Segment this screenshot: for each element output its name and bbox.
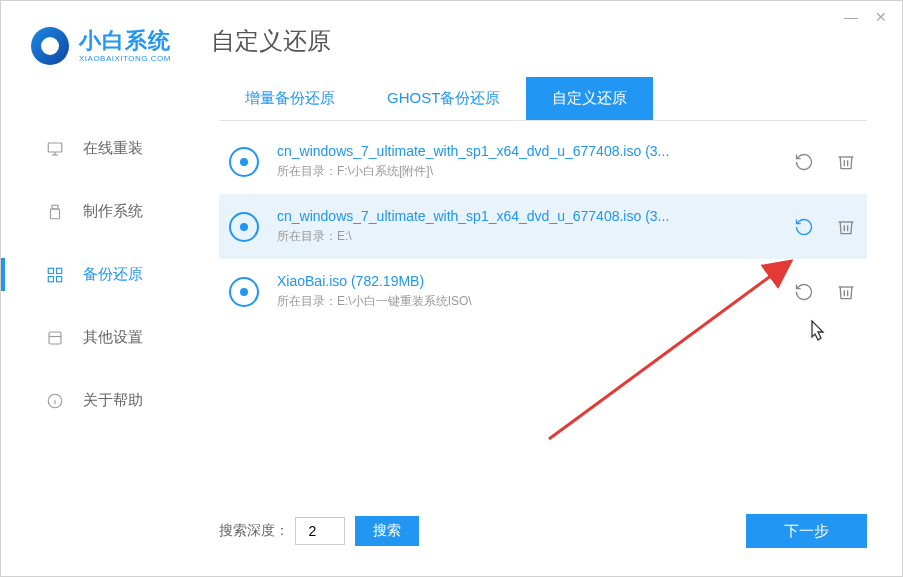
svg-rect-6 [57, 268, 62, 273]
sidebar-item-label: 制作系统 [83, 202, 143, 221]
tab-incremental-backup[interactable]: 增量备份还原 [219, 77, 361, 120]
settings-icon [45, 329, 65, 347]
usb-icon [45, 203, 65, 221]
close-button[interactable]: ✕ [872, 9, 890, 25]
item-title: cn_windows_7_ultimate_with_sp1_x64_dvd_u… [277, 143, 779, 159]
item-title: cn_windows_7_ultimate_with_sp1_x64_dvd_u… [277, 208, 779, 224]
search-button[interactable]: 搜索 [355, 516, 419, 546]
tabs: 增量备份还原 GHOST备份还原 自定义还原 [219, 77, 867, 121]
sidebar-item-label: 关于帮助 [83, 391, 143, 410]
monitor-icon [45, 140, 65, 158]
info-icon [45, 392, 65, 410]
delete-icon[interactable] [835, 151, 857, 173]
restore-icon[interactable] [793, 281, 815, 303]
svg-rect-7 [48, 276, 53, 281]
next-button[interactable]: 下一步 [746, 514, 867, 548]
svg-rect-9 [49, 332, 61, 344]
sidebar-item-other-settings[interactable]: 其他设置 [1, 306, 199, 369]
brand-title: 小白系统 [79, 29, 171, 53]
restore-icon[interactable] [793, 151, 815, 173]
disc-icon [229, 212, 259, 242]
sidebar-item-about-help[interactable]: 关于帮助 [1, 369, 199, 432]
list-item[interactable]: XiaoBai.iso (782.19MB) 所在目录：E:\小白一键重装系统I… [219, 259, 867, 324]
disc-icon [229, 277, 259, 307]
tab-ghost-backup[interactable]: GHOST备份还原 [361, 77, 526, 120]
sidebar: 在线重装 制作系统 备份还原 其他设置 关于帮助 [1, 77, 199, 572]
iso-list: cn_windows_7_ultimate_with_sp1_x64_dvd_u… [219, 129, 867, 324]
item-path: 所在目录：E:\ [277, 228, 779, 245]
restore-icon[interactable] [793, 216, 815, 238]
item-path: 所在目录：F:\小白系统[附件]\ [277, 163, 779, 180]
item-title: XiaoBai.iso (782.19MB) [277, 273, 779, 289]
search-depth-input[interactable] [295, 517, 345, 545]
tab-custom-restore[interactable]: 自定义还原 [526, 77, 653, 120]
item-path: 所在目录：E:\小白一键重装系统ISO\ [277, 293, 779, 310]
list-item[interactable]: cn_windows_7_ultimate_with_sp1_x64_dvd_u… [219, 129, 867, 194]
delete-icon[interactable] [835, 216, 857, 238]
list-item[interactable]: cn_windows_7_ultimate_with_sp1_x64_dvd_u… [219, 194, 867, 259]
logo-icon [31, 27, 69, 65]
grid-icon [45, 266, 65, 284]
svg-rect-5 [48, 268, 53, 273]
delete-icon[interactable] [835, 281, 857, 303]
svg-rect-8 [57, 276, 62, 281]
search-depth-label: 搜索深度： [219, 522, 289, 540]
disc-icon [229, 147, 259, 177]
sidebar-item-label: 备份还原 [83, 265, 143, 284]
sidebar-item-online-reinstall[interactable]: 在线重装 [1, 117, 199, 180]
svg-rect-0 [48, 143, 62, 152]
sidebar-item-label: 在线重装 [83, 139, 143, 158]
sidebar-item-label: 其他设置 [83, 328, 143, 347]
page-title: 自定义还原 [211, 25, 331, 67]
svg-rect-4 [51, 209, 60, 219]
brand-subtitle: XIAOBAIXITONG.COM [79, 54, 171, 63]
minimize-button[interactable]: — [842, 9, 860, 25]
sidebar-item-make-system[interactable]: 制作系统 [1, 180, 199, 243]
sidebar-item-backup-restore[interactable]: 备份还原 [1, 243, 199, 306]
